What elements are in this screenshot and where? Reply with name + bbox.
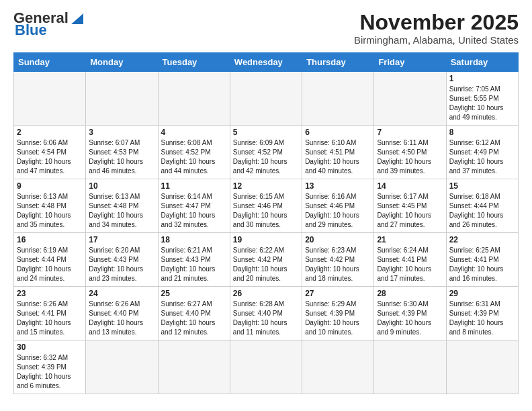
title-block: November 2025 Birmingham, Alabama, Unite… (354, 11, 519, 46)
day-info: Sunrise: 6:24 AM Sunset: 4:41 PM Dayligh… (377, 246, 443, 283)
calendar-day: 19Sunrise: 6:22 AM Sunset: 4:42 PM Dayli… (230, 233, 302, 287)
day-info: Sunrise: 6:13 AM Sunset: 4:48 PM Dayligh… (17, 192, 83, 230)
day-number: 30 (17, 342, 83, 352)
day-number: 1 (449, 74, 515, 83)
day-info: Sunrise: 6:22 AM Sunset: 4:42 PM Dayligh… (233, 246, 299, 283)
day-number: 10 (89, 181, 154, 191)
calendar-day (86, 340, 158, 394)
day-number: 23 (17, 289, 83, 298)
page: General Blue November 2025 Birmingham, A… (0, 0, 532, 405)
day-info: Sunrise: 6:31 AM Sunset: 4:39 PM Dayligh… (449, 300, 515, 337)
day-number: 18 (161, 235, 227, 244)
day-info: Sunrise: 6:21 AM Sunset: 4:43 PM Dayligh… (161, 246, 227, 283)
day-info: Sunrise: 7:05 AM Sunset: 5:55 PM Dayligh… (449, 85, 515, 122)
calendar-day (86, 72, 158, 126)
calendar-day: 16Sunrise: 6:19 AM Sunset: 4:44 PM Dayli… (14, 233, 86, 287)
day-info: Sunrise: 6:26 AM Sunset: 4:41 PM Dayligh… (17, 300, 83, 337)
svg-marker-0 (71, 13, 83, 24)
day-number: 4 (161, 128, 227, 137)
day-number: 16 (17, 235, 83, 244)
day-number: 14 (377, 181, 443, 191)
day-info: Sunrise: 6:10 AM Sunset: 4:51 PM Dayligh… (305, 138, 371, 176)
calendar-week-6: 30Sunrise: 6:32 AM Sunset: 4:39 PM Dayli… (14, 340, 519, 394)
day-number: 8 (449, 128, 515, 137)
calendar-day (158, 72, 230, 126)
header: General Blue November 2025 Birmingham, A… (13, 11, 519, 46)
calendar-day: 21Sunrise: 6:24 AM Sunset: 4:41 PM Dayli… (374, 233, 446, 287)
logo-triangle-icon (70, 11, 85, 26)
day-info: Sunrise: 6:17 AM Sunset: 4:45 PM Dayligh… (377, 192, 443, 230)
day-info: Sunrise: 6:19 AM Sunset: 4:44 PM Dayligh… (17, 246, 83, 283)
calendar-day: 27Sunrise: 6:29 AM Sunset: 4:39 PM Dayli… (302, 287, 374, 340)
day-number: 24 (89, 289, 154, 298)
day-number: 2 (17, 128, 83, 137)
day-number: 12 (233, 181, 299, 191)
calendar-day: 17Sunrise: 6:20 AM Sunset: 4:43 PM Dayli… (86, 233, 158, 287)
day-info: Sunrise: 6:14 AM Sunset: 4:47 PM Dayligh… (161, 192, 227, 230)
day-info: Sunrise: 6:15 AM Sunset: 4:46 PM Dayligh… (233, 192, 299, 230)
calendar-day (158, 340, 230, 394)
calendar-day: 7Sunrise: 6:11 AM Sunset: 4:50 PM Daylig… (374, 126, 446, 179)
calendar-day: 25Sunrise: 6:27 AM Sunset: 4:40 PM Dayli… (158, 287, 230, 340)
day-info: Sunrise: 6:28 AM Sunset: 4:40 PM Dayligh… (233, 300, 299, 337)
calendar-day: 5Sunrise: 6:09 AM Sunset: 4:52 PM Daylig… (230, 126, 302, 179)
calendar-body: 1Sunrise: 7:05 AM Sunset: 5:55 PM Daylig… (14, 72, 519, 394)
day-info: Sunrise: 6:25 AM Sunset: 4:41 PM Dayligh… (449, 246, 515, 283)
day-info: Sunrise: 6:08 AM Sunset: 4:52 PM Dayligh… (161, 138, 227, 176)
day-number: 5 (233, 128, 299, 137)
calendar-day: 12Sunrise: 6:15 AM Sunset: 4:46 PM Dayli… (230, 179, 302, 233)
calendar-week-1: 1Sunrise: 7:05 AM Sunset: 5:55 PM Daylig… (14, 72, 519, 126)
day-info: Sunrise: 6:07 AM Sunset: 4:53 PM Dayligh… (89, 138, 154, 176)
calendar-day: 4Sunrise: 6:08 AM Sunset: 4:52 PM Daylig… (158, 126, 230, 179)
calendar-day: 22Sunrise: 6:25 AM Sunset: 4:41 PM Dayli… (446, 233, 518, 287)
day-info: Sunrise: 6:30 AM Sunset: 4:39 PM Dayligh… (377, 300, 443, 337)
day-number: 26 (233, 289, 299, 298)
day-number: 17 (89, 235, 154, 244)
day-info: Sunrise: 6:23 AM Sunset: 4:42 PM Dayligh… (305, 246, 371, 283)
col-tuesday: Tuesday (158, 53, 230, 72)
day-info: Sunrise: 6:12 AM Sunset: 4:49 PM Dayligh… (449, 138, 515, 176)
calendar-subtitle: Birmingham, Alabama, United States (354, 34, 519, 46)
day-info: Sunrise: 6:29 AM Sunset: 4:39 PM Dayligh… (305, 300, 371, 337)
calendar-day: 2Sunrise: 6:06 AM Sunset: 4:54 PM Daylig… (14, 126, 86, 179)
day-number: 20 (305, 235, 371, 244)
col-wednesday: Wednesday (230, 53, 302, 72)
day-number: 13 (305, 181, 371, 191)
calendar-week-5: 23Sunrise: 6:26 AM Sunset: 4:41 PM Dayli… (14, 287, 519, 340)
day-number: 19 (233, 235, 299, 244)
calendar-day: 1Sunrise: 7:05 AM Sunset: 5:55 PM Daylig… (446, 72, 518, 126)
calendar-day (302, 340, 374, 394)
day-number: 3 (89, 128, 154, 137)
calendar-day (446, 340, 518, 394)
col-friday: Friday (374, 53, 446, 72)
day-number: 25 (161, 289, 227, 298)
day-info: Sunrise: 6:06 AM Sunset: 4:54 PM Dayligh… (17, 138, 83, 176)
header-row: Sunday Monday Tuesday Wednesday Thursday… (14, 53, 519, 72)
calendar-header: Sunday Monday Tuesday Wednesday Thursday… (14, 53, 519, 72)
col-thursday: Thursday (302, 53, 374, 72)
calendar-table: Sunday Monday Tuesday Wednesday Thursday… (13, 52, 519, 394)
calendar-day (14, 72, 86, 126)
day-number: 21 (377, 235, 443, 244)
calendar-day (374, 72, 446, 126)
calendar-day (230, 340, 302, 394)
logo-blue: Blue (15, 23, 47, 38)
day-info: Sunrise: 6:13 AM Sunset: 4:48 PM Dayligh… (89, 192, 154, 230)
day-number: 6 (305, 128, 371, 137)
day-info: Sunrise: 6:11 AM Sunset: 4:50 PM Dayligh… (377, 138, 443, 176)
day-number: 28 (377, 289, 443, 298)
calendar-day (302, 72, 374, 126)
col-sunday: Sunday (14, 53, 86, 72)
day-number: 7 (377, 128, 443, 137)
calendar-day: 6Sunrise: 6:10 AM Sunset: 4:51 PM Daylig… (302, 126, 374, 179)
calendar-week-4: 16Sunrise: 6:19 AM Sunset: 4:44 PM Dayli… (14, 233, 519, 287)
calendar-week-3: 9Sunrise: 6:13 AM Sunset: 4:48 PM Daylig… (14, 179, 519, 233)
day-info: Sunrise: 6:20 AM Sunset: 4:43 PM Dayligh… (89, 246, 154, 283)
day-number: 11 (161, 181, 227, 191)
logo: General Blue (13, 11, 85, 38)
day-info: Sunrise: 6:09 AM Sunset: 4:52 PM Dayligh… (233, 138, 299, 176)
calendar-day: 23Sunrise: 6:26 AM Sunset: 4:41 PM Dayli… (14, 287, 86, 340)
day-info: Sunrise: 6:16 AM Sunset: 4:46 PM Dayligh… (305, 192, 371, 230)
calendar-day: 18Sunrise: 6:21 AM Sunset: 4:43 PM Dayli… (158, 233, 230, 287)
day-info: Sunrise: 6:27 AM Sunset: 4:40 PM Dayligh… (161, 300, 227, 337)
